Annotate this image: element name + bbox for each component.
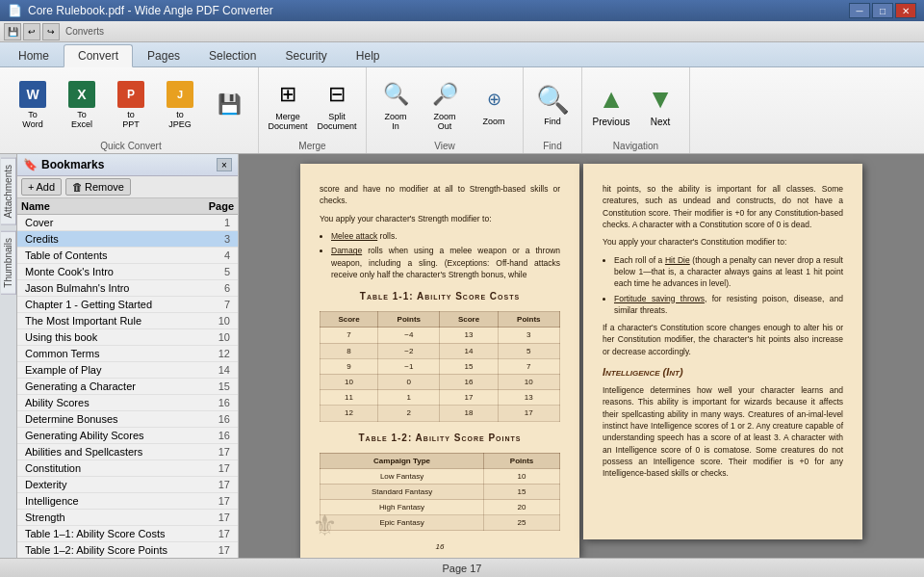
thumbnails-tab[interactable]: Thumbnails [1, 231, 16, 295]
zoom-select-label: Zoom [482, 117, 504, 126]
quick-undo-btn[interactable]: ↩ [23, 23, 40, 40]
bookmark-item[interactable]: Strength17 [17, 510, 238, 526]
title-bar-controls[interactable]: ─ □ ✕ [849, 3, 916, 18]
split-label: SplitDocument [317, 112, 356, 131]
points-col-2: Points [498, 312, 559, 328]
bookmark-item[interactable]: Example of Play14 [17, 362, 238, 379]
bookmarks-title: 🔖 Bookmarks [23, 158, 104, 171]
bookmark-item[interactable]: Common Terms12 [17, 346, 238, 362]
title-bar: 📄 Core Rulebook.pdf - Wide Angle PDF Con… [0, 0, 924, 21]
previous-label: Previous [593, 117, 630, 127]
table-row: 1111713 [321, 390, 560, 406]
ppt-icon: P [117, 81, 144, 108]
previous-button[interactable]: ▲ Previous [588, 74, 634, 136]
attachments-tab[interactable]: Attachments [1, 158, 16, 225]
bookmark-item[interactable]: Table of Contents4 [17, 248, 238, 264]
add-bookmark-button[interactable]: + Add [21, 178, 62, 196]
to-word-button[interactable]: W ToWord [10, 74, 56, 136]
table-row: Low Fantasy10 [321, 468, 560, 484]
maximize-button[interactable]: □ [872, 3, 893, 18]
ability-score-costs-table: Score Points Score Points 7−41338−21459−… [320, 311, 560, 421]
tab-help[interactable]: Help [342, 44, 395, 66]
tab-selection[interactable]: Selection [194, 44, 270, 66]
quick-convert-group: W ToWord X ToExcel P toPPT J toJPEG 💾 Qu… [4, 67, 259, 153]
zoom-in-button[interactable]: 🔍 ZoomIn [372, 74, 419, 136]
navigation-group: ▲ Previous ▼ Next Navigation [582, 67, 690, 153]
pdf-r-item-1: Each roll of a Hit Die (though a penalty… [614, 254, 843, 290]
merge-group: ⊞ MergeDocument ⊟ SplitDocument Merge [259, 67, 367, 153]
nav-buttons: ▲ Previous ▼ Next [588, 71, 683, 139]
zoom-select-button[interactable]: ⊕ Zoom [471, 74, 517, 136]
next-button[interactable]: ▼ Next [637, 74, 683, 136]
view-label: View [372, 139, 517, 151]
bookmark-item[interactable]: Cover1 [17, 215, 238, 231]
minimize-button[interactable]: ─ [849, 3, 870, 18]
bookmark-item[interactable]: Using this book10 [17, 329, 238, 346]
bookmark-item[interactable]: Intelligence17 [17, 493, 238, 510]
pdf-r-para-2: You apply your character's Constitution … [603, 236, 843, 248]
ability-score-points-table: Campaign Type Points Low Fantasy10Standa… [320, 453, 560, 532]
word-icon: W [19, 81, 46, 108]
bookmark-item[interactable]: Abilities and Spellcasters17 [17, 444, 238, 460]
jpeg-icon: J [167, 81, 193, 108]
bookmarks-title-text: Bookmarks [41, 158, 104, 171]
save-button[interactable]: 💾 [206, 74, 252, 136]
next-icon: ▼ [645, 84, 676, 115]
to-jpeg-label: toJPEG [168, 110, 192, 129]
bookmark-item[interactable]: Jason Bulmahn's Intro6 [17, 280, 238, 297]
previous-icon: ▲ [596, 84, 627, 115]
excel-icon: X [68, 81, 95, 108]
pdf-r-item-2: Fortitude saving throws, for resisting p… [614, 293, 843, 317]
bookmark-item[interactable]: Determine Bonuses16 [17, 411, 238, 428]
table-row: 7−4133 [321, 328, 560, 343]
merge-document-button[interactable]: ⊞ MergeDocument [265, 74, 311, 136]
find-button[interactable]: 🔍 Find [529, 74, 576, 136]
bookmark-item[interactable]: Table 1–1: Ability Score Costs17 [17, 526, 238, 542]
table-row: 8−2145 [321, 343, 560, 358]
bookmark-item[interactable]: Monte Cook's Intro5 [17, 264, 238, 280]
bookmark-item[interactable]: Table 1–2: Ability Score Points17 [17, 542, 238, 558]
bookmark-item[interactable]: Generating a Character15 [17, 379, 238, 395]
split-document-button[interactable]: ⊟ SplitDocument [314, 74, 360, 136]
table2-title: Table 1-2: Ability Score Points [320, 432, 560, 445]
quick-redo-btn[interactable]: ↪ [42, 23, 60, 40]
bookmark-item[interactable]: Generating Ability Scores16 [17, 428, 238, 444]
title-bar-text: Core Rulebook.pdf - Wide Angle PDF Conve… [28, 4, 273, 17]
quick-save-btn[interactable]: 💾 [4, 23, 21, 40]
pdf-para-1: score and have no modifier at all to Str… [320, 183, 560, 207]
to-ppt-button[interactable]: P toPPT [108, 74, 154, 136]
bookmark-item[interactable]: Constitution17 [17, 460, 238, 477]
bookmarks-collapse-btn[interactable]: × [217, 158, 232, 171]
to-excel-button[interactable]: X ToExcel [59, 74, 105, 136]
tab-home[interactable]: Home [4, 44, 64, 66]
bookmark-item[interactable]: Ability Scores16 [17, 395, 238, 411]
bookmark-table-header: Name Page [17, 198, 238, 215]
pdf-list-item-1: Melee attack rolls. [331, 230, 560, 242]
pdf-right-content: hit points, so the ability is important … [603, 183, 843, 480]
bookmark-item[interactable]: Dexterity17 [17, 477, 238, 493]
add-label: Add [36, 181, 55, 193]
merge-icon: ⊞ [272, 79, 303, 110]
app-icon: 📄 [8, 4, 22, 17]
tab-pages[interactable]: Pages [133, 44, 194, 66]
pdf-para-2: You apply your character's Strength modi… [320, 213, 560, 224]
to-word-label: ToWord [22, 110, 42, 129]
zoom-out-button[interactable]: 🔎 ZoomOut [422, 74, 468, 136]
bookmark-item[interactable]: Chapter 1 - Getting Started7 [17, 297, 238, 313]
tab-security[interactable]: Security [270, 44, 341, 66]
next-label: Next [651, 117, 671, 127]
to-excel-label: ToExcel [71, 110, 92, 129]
content-area: score and have no modifier at all to Str… [239, 154, 924, 558]
to-jpeg-button[interactable]: J toJPEG [157, 74, 203, 136]
zoom-out-label: ZoomOut [433, 112, 455, 131]
bookmark-item[interactable]: The Most Important Rule10 [17, 313, 238, 329]
remove-bookmark-button[interactable]: 🗑 Remove [65, 178, 131, 196]
tab-active[interactable]: Convert [64, 44, 133, 67]
view-buttons: 🔍 ZoomIn 🔎 ZoomOut ⊕ Zoom [372, 71, 517, 139]
campaign-type-col: Campaign Type [321, 453, 484, 468]
bookmark-list[interactable]: Cover1Credits3Table of Contents4Monte Co… [17, 215, 238, 558]
page-number-status: Page 17 [443, 563, 482, 574]
table-row: 9−1157 [321, 358, 560, 374]
close-button[interactable]: ✕ [895, 3, 916, 18]
bookmark-item[interactable]: Credits3 [17, 231, 238, 248]
